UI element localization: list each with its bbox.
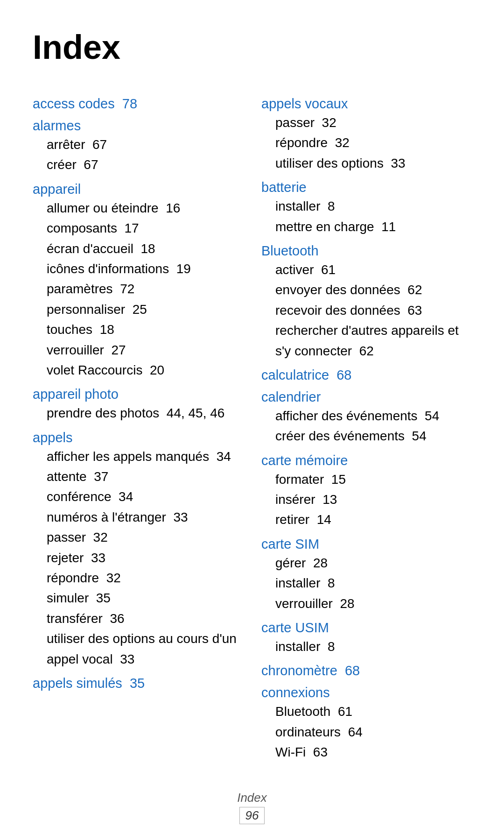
- entry-subitem: composants 17: [33, 218, 243, 238]
- right-column: appels vocauxpasser 32répondre 32utilise…: [261, 90, 471, 763]
- entry-heading: appareil photo: [33, 387, 243, 402]
- entry-heading: chronomètre 68: [261, 663, 471, 679]
- entry-subitem: écran d'accueil 18: [33, 239, 243, 259]
- entry-subitem: envoyer des données 62: [261, 280, 471, 300]
- entry-subitem: formater 15: [261, 469, 471, 489]
- entry-heading: calendrier: [261, 389, 471, 405]
- entry-heading: access codes 78: [33, 96, 243, 112]
- entry-subitem: insérer 13: [261, 489, 471, 509]
- entry-subitem: touches 18: [33, 319, 243, 339]
- entry-subitem: créer 67: [33, 155, 243, 175]
- entry-subitem: rechercher d'autres appareils et s'y con…: [261, 320, 471, 361]
- index-columns: access codes 78alarmesarrêter 67créer 67…: [33, 90, 471, 763]
- left-column: access codes 78alarmesarrêter 67créer 67…: [33, 90, 243, 692]
- entry-heading: appels simulés 35: [33, 676, 243, 691]
- entry-subitem: installer 8: [261, 573, 471, 593]
- entry-subitem: afficher des événements 54: [261, 406, 471, 426]
- entry-subitem: verrouiller 27: [33, 340, 243, 360]
- entry-subitem: numéros à l'étranger 33: [33, 507, 243, 527]
- entry-subitem: rejeter 33: [33, 548, 243, 568]
- entry-subitem: ordinateurs 64: [261, 722, 471, 742]
- entry-heading: carte USIM: [261, 620, 471, 636]
- entry-subitem: allumer ou éteindre 16: [33, 198, 243, 218]
- entry-subitem: icônes d'informations 19: [33, 259, 243, 279]
- entry-subitem: paramètres 72: [33, 279, 243, 299]
- entry-subitem: attente 37: [33, 467, 243, 487]
- entry-subitem: conférence 34: [33, 487, 243, 507]
- entry-heading: Bluetooth: [261, 243, 471, 259]
- entry-subitem: mettre en charge 11: [261, 217, 471, 237]
- entry-subitem: passer 32: [261, 113, 471, 133]
- entry-heading: batterie: [261, 180, 471, 195]
- entry-heading: connexions: [261, 685, 471, 700]
- entry-subitem: répondre 32: [261, 133, 471, 153]
- entry-subitem: retirer 14: [261, 509, 471, 530]
- entry-subitem: verrouiller 28: [261, 594, 471, 614]
- entry-subitem: simuler 35: [33, 588, 243, 608]
- entry-heading: alarmes: [33, 118, 243, 134]
- page-title: Index: [33, 28, 471, 66]
- entry-subitem: afficher les appels manqués 34: [33, 446, 243, 467]
- entry-subitem: installer 8: [261, 636, 471, 657]
- entry-heading: calculatrice 68: [261, 368, 471, 383]
- entry-heading: carte SIM: [261, 537, 471, 552]
- entry-subitem: transférer 36: [33, 608, 243, 629]
- entry-subitem: volet Raccourcis 20: [33, 360, 243, 380]
- entry-subitem: prendre des photos 44, 45, 46: [33, 403, 243, 423]
- footer-label: Index: [33, 791, 471, 805]
- entry-subitem: passer 32: [33, 527, 243, 547]
- footer-page-number: 96: [239, 807, 265, 824]
- entry-subitem: utiliser des options au cours d'un appel…: [33, 629, 243, 669]
- entry-subitem: arrêter 67: [33, 134, 243, 155]
- entry-heading: appels vocaux: [261, 96, 471, 112]
- entry-subitem: gérer 28: [261, 553, 471, 573]
- entry-heading: carte mémoire: [261, 453, 471, 468]
- entry-subitem: créer des événements 54: [261, 426, 471, 446]
- entry-subitem: personnaliser 25: [33, 299, 243, 319]
- page-footer: Index 96: [33, 791, 471, 824]
- entry-heading: appareil: [33, 182, 243, 197]
- entry-subitem: Bluetooth 61: [261, 701, 471, 721]
- entry-subitem: répondre 32: [33, 568, 243, 588]
- entry-subitem: recevoir des données 63: [261, 300, 471, 320]
- entry-subitem: utiliser des options 33: [261, 153, 471, 173]
- entry-subitem: activer 61: [261, 260, 471, 280]
- entry-subitem: Wi-Fi 63: [261, 742, 471, 762]
- entry-heading: appels: [33, 430, 243, 445]
- entry-subitem: installer 8: [261, 196, 471, 216]
